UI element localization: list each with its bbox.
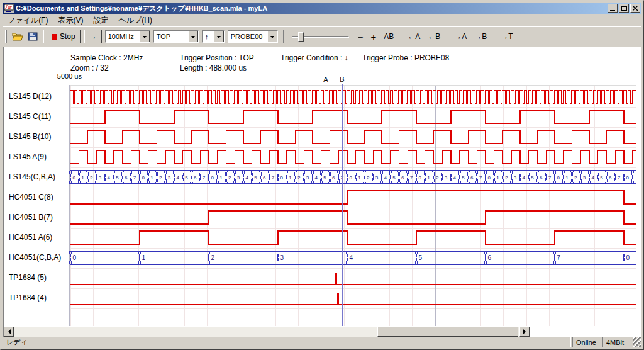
stop-button[interactable]: Stop [47, 30, 80, 43]
save-button[interactable] [25, 30, 40, 43]
chevron-down-icon [191, 36, 195, 40]
goto-trigger-button[interactable]: →T [497, 30, 516, 43]
sample-rate-select[interactable]: 100MHz [105, 30, 150, 43]
menubar: ファイル(F) 表示(V) 設定 ヘルプ(H) [3, 14, 641, 26]
resize-grip[interactable] [633, 337, 641, 347]
svg-text:6: 6 [332, 175, 335, 181]
maximize-button[interactable] [619, 4, 629, 13]
svg-text:4: 4 [108, 175, 111, 181]
trigger-probe-dropdown-button[interactable] [267, 31, 277, 42]
titlebar: C:¥Documents and Settings¥noname¥デスクトップ¥… [3, 3, 641, 14]
run-arrow-icon: → [89, 32, 97, 41]
svg-text:4: 4 [246, 175, 249, 181]
svg-text:1: 1 [565, 175, 569, 181]
cursor-label-B: B [340, 76, 344, 83]
svg-text:1: 1 [358, 175, 361, 181]
horizontal-scrollbar[interactable] [4, 327, 530, 337]
svg-text:7: 7 [479, 175, 482, 181]
ab-label: AB [384, 32, 394, 41]
menu-help[interactable]: ヘルプ(H) [113, 14, 157, 27]
chevron-down-icon [143, 36, 147, 40]
channel-label[interactable]: LS145 C(11) [9, 112, 51, 121]
svg-text:4: 4 [350, 254, 353, 261]
statusbar: レディ Online 4MBit [3, 337, 641, 347]
trigger-position-dropdown-button[interactable] [188, 31, 198, 42]
toolbar: Stop → 100MHz TOP ↑ PROBE00 − + AB ←A [3, 26, 641, 46]
scroll-thumb[interactable] [377, 327, 518, 337]
trigger-edge-select[interactable]: ↑ [202, 30, 225, 43]
svg-text:0: 0 [626, 175, 630, 181]
minimize-button[interactable] [608, 4, 618, 13]
maximize-icon [621, 6, 627, 11]
svg-text:1: 1 [81, 175, 84, 181]
sample-rate-dropdown-button[interactable] [140, 31, 150, 42]
toolbar-grip[interactable] [5, 30, 7, 43]
channel-label[interactable]: LS145 A(9) [9, 152, 47, 161]
trigger-position-value: TOP [154, 33, 188, 40]
waveform-panel[interactable]: Sample Clock : 2MHz Trigger Position : T… [3, 47, 641, 337]
scroll-left-button[interactable] [4, 327, 14, 337]
svg-text:3: 3 [168, 175, 171, 181]
goto-cursor-b-button[interactable]: ←B [424, 30, 444, 43]
trigger-edge-dropdown-button[interactable] [214, 31, 224, 42]
close-icon [633, 6, 638, 11]
channel-label[interactable]: LS145 B(10) [9, 132, 51, 141]
svg-text:5: 5 [600, 175, 603, 181]
trigger-probe-select[interactable]: PROBE00 [228, 30, 278, 43]
waveform-channel [70, 110, 636, 123]
toolbar-separator [43, 30, 44, 43]
move-cursor-a-button[interactable]: →A [450, 30, 470, 43]
svg-text:3: 3 [99, 175, 102, 181]
svg-text:1: 1 [142, 254, 146, 261]
channel-label[interactable]: HC4051(C,B,A) [9, 253, 61, 262]
run-button[interactable]: → [84, 30, 102, 43]
channel-label[interactable]: LS145 D(12) [9, 92, 52, 101]
svg-text:3: 3 [375, 175, 379, 181]
waveform-channel [70, 273, 636, 285]
channel-label[interactable]: HC4051 C(8) [9, 193, 53, 201]
zoom-out-button[interactable]: − [354, 30, 367, 43]
svg-text:4: 4 [592, 175, 595, 181]
menu-settings[interactable]: 設定 [88, 14, 113, 27]
goto-cursor-a-button[interactable]: ←A [404, 30, 424, 43]
waveform-channel [70, 231, 636, 244]
svg-text:7: 7 [548, 175, 552, 181]
svg-text:4: 4 [523, 175, 526, 181]
svg-text:0: 0 [626, 254, 630, 261]
svg-text:5: 5 [419, 254, 423, 261]
scroll-right-button[interactable] [519, 327, 530, 337]
menu-file[interactable]: ファイル(F) [3, 14, 53, 27]
channel-label[interactable]: LS145(C,B,A) [9, 172, 55, 181]
channel-label[interactable]: TP1684 (4) [9, 293, 47, 302]
zoom-slider-thumb[interactable] [298, 32, 304, 42]
minimize-icon [610, 10, 615, 11]
move-cursor-b-button[interactable]: →B [470, 30, 491, 43]
svg-text:1: 1 [150, 175, 153, 181]
right-arrow-b-icon: →B [474, 32, 487, 41]
channel-label[interactable]: TP1684 (5) [9, 273, 47, 282]
svg-text:6: 6 [488, 254, 492, 261]
svg-text:7: 7 [557, 254, 561, 261]
svg-text:0: 0 [73, 254, 77, 261]
svg-text:2: 2 [505, 175, 508, 181]
app-window: C:¥Documents and Settings¥noname¥デスクトップ¥… [0, 0, 644, 350]
ab-range-button[interactable]: AB [380, 30, 397, 43]
svg-text:5: 5 [185, 175, 188, 181]
svg-text:6: 6 [401, 175, 404, 181]
channel-label[interactable]: HC4051 A(6) [9, 233, 52, 242]
svg-text:0: 0 [350, 175, 353, 181]
zoom-slider[interactable] [291, 30, 350, 43]
svg-text:5: 5 [531, 175, 534, 181]
open-button[interactable] [10, 30, 25, 43]
waveform-plot[interactable]: 0123456701234567012345670123456701234567… [4, 47, 641, 337]
channel-label[interactable]: HC4051 B(7) [9, 213, 53, 222]
menu-view[interactable]: 表示(V) [53, 14, 88, 27]
svg-text:7: 7 [618, 175, 621, 181]
svg-text:6: 6 [609, 175, 612, 181]
svg-text:4: 4 [384, 175, 387, 181]
trigger-position-select[interactable]: TOP [153, 30, 199, 43]
scroll-left-icon [6, 329, 11, 334]
close-button[interactable] [630, 4, 640, 13]
zoom-in-button[interactable]: + [367, 30, 380, 43]
svg-text:7: 7 [203, 175, 206, 181]
